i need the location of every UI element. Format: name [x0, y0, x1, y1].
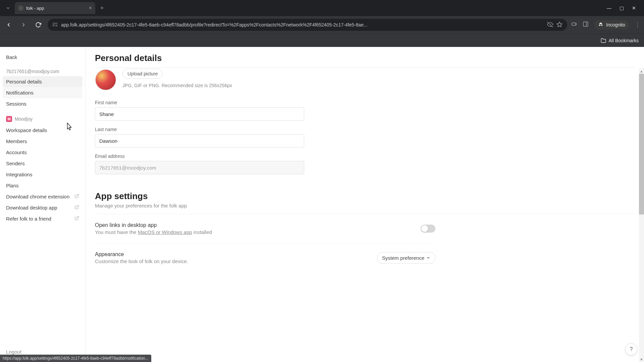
main-content: Personal details Upload picture JPG, GIF… [86, 47, 644, 362]
close-icon[interactable]: × [89, 5, 92, 11]
scrollbar[interactable]: ▲ ▼ [639, 68, 644, 362]
sidebar-item-workspace-details[interactable]: Workspace details [3, 125, 83, 136]
sidebar-item-label: Personal details [6, 79, 42, 84]
tab-title: folk - app [26, 6, 86, 11]
tab-search-dropdown[interactable] [3, 3, 13, 13]
page-title: Personal details [95, 47, 635, 67]
bookmark-bar: All Bookmarks [0, 34, 644, 47]
setting-appearance: Appearance Customize the look of folk on… [95, 243, 435, 272]
browser-chrome: folk - app × + — ▢ ✕ app.folk.app/settin… [0, 0, 644, 47]
eye-off-icon[interactable] [547, 21, 553, 28]
url-text: app.folk.app/settings/4f652405-2c17-4fe5… [61, 22, 544, 27]
all-bookmarks-button[interactable]: All Bookmarks [601, 38, 639, 43]
workspace-name: Moodjoy [15, 116, 33, 122]
sidebar-item-label: Plans [6, 183, 19, 188]
sidebar-item-label: Workspace details [6, 127, 47, 133]
app-container: Back 7b217651@moodjoy.com Personal detai… [0, 47, 644, 362]
text: You must have the [95, 229, 138, 235]
sidebar-item-download-chrome-extension[interactable]: Download chrome extension [3, 191, 83, 202]
app-settings-title: App settings [95, 191, 635, 201]
chevron-down-icon [426, 256, 430, 260]
email-label: Email address [95, 154, 635, 159]
macos-windows-link[interactable]: MacOS or Windows app [138, 229, 192, 235]
site-settings-icon[interactable] [52, 22, 58, 28]
svg-line-16 [76, 205, 78, 207]
close-window-icon[interactable]: ✕ [632, 5, 636, 11]
sidebar-item-label: Notifications [6, 90, 34, 96]
scrollbar-thumb[interactable] [639, 74, 644, 215]
sidebar-item-label: Integrations [6, 172, 32, 177]
help-button[interactable]: ? [625, 343, 637, 355]
scroll-down-icon[interactable]: ▼ [639, 357, 644, 362]
open-links-title: Open links in desktop app [95, 222, 212, 228]
minimize-icon[interactable]: — [607, 5, 611, 11]
external-link-icon [74, 194, 79, 199]
last-name-label: Last name [95, 127, 635, 132]
sidebar-item-label: Download chrome extension [6, 194, 69, 199]
sidebar-item-integrations[interactable]: Integrations [3, 169, 83, 180]
incognito-badge[interactable]: Incognito [594, 20, 629, 29]
svg-line-17 [76, 217, 78, 219]
sidebar-item-label: Sessions [6, 101, 26, 107]
text: installed [192, 229, 212, 235]
sidebar-item-accounts[interactable]: Accounts [3, 147, 83, 158]
forward-button[interactable] [18, 19, 29, 30]
avatar [95, 69, 116, 90]
sidebar-item-personal-details[interactable]: Personal details [3, 76, 83, 87]
sidebar-item-label: Senders [6, 161, 25, 166]
back-link[interactable]: Back [3, 51, 83, 67]
sidebar-item-notifications[interactable]: Notifications [3, 87, 83, 98]
sidebar: Back 7b217651@moodjoy.com Personal detai… [0, 47, 86, 362]
sidebar-item-sessions[interactable]: Sessions [3, 98, 83, 109]
dropdown-value: System preference [382, 255, 424, 261]
sidebar-item-plans[interactable]: Plans [3, 180, 83, 191]
browser-tab[interactable]: folk - app × [15, 2, 95, 14]
all-bookmarks-label: All Bookmarks [609, 38, 639, 43]
sidebar-item-label: Download desktop app [6, 205, 57, 210]
workspace-icon: M [6, 116, 12, 122]
window-controls: — ▢ ✕ [607, 5, 641, 11]
sidebar-item-label: Accounts [6, 149, 27, 155]
setting-open-links: Open links in desktop app You must have … [95, 214, 435, 243]
sidebar-item-download-desktop-app[interactable]: Download desktop app [3, 202, 83, 213]
reload-button[interactable] [33, 19, 44, 30]
bookmark-star-icon[interactable] [556, 21, 562, 28]
appearance-title: Appearance [95, 251, 188, 257]
external-link-icon [74, 205, 79, 210]
svg-marker-10 [557, 22, 562, 26]
email-input [95, 161, 304, 174]
first-name-label: First name [95, 100, 635, 105]
svg-rect-11 [572, 23, 576, 25]
sidebar-item-members[interactable]: Members [3, 136, 83, 147]
side-panel-icon[interactable] [583, 21, 589, 28]
maximize-icon[interactable]: ▢ [620, 5, 624, 11]
svg-rect-13 [583, 22, 588, 26]
upload-hint: JPG, GIF or PNG. Recommended size is 256… [122, 83, 232, 88]
sidebar-item-senders[interactable]: Senders [3, 158, 83, 169]
external-link-icon [74, 216, 79, 222]
upload-picture-button[interactable]: Upload picture [122, 69, 163, 79]
status-bar: https://app.folk.app/settings/4f652405-2… [0, 355, 151, 362]
tab-favicon [18, 5, 23, 11]
scroll-up-icon[interactable]: ▲ [639, 68, 644, 74]
back-button[interactable] [3, 19, 14, 30]
first-name-input[interactable] [95, 107, 304, 121]
sidebar-item-label: Refer folk to a friend [6, 216, 51, 222]
sidebar-item-label: Members [6, 138, 27, 144]
workspace-header: M Moodjoy [3, 109, 83, 125]
toolbar-right-icons: Incognito ⋮ [571, 20, 641, 29]
app-settings-subtitle: Manage your preferences for the folk app [95, 203, 635, 214]
last-name-input[interactable] [95, 134, 304, 147]
user-email-label: 7b217651@moodjoy.com [3, 67, 83, 76]
address-bar[interactable]: app.folk.app/settings/4f652405-2c17-4fe5… [48, 19, 567, 31]
open-links-toggle[interactable] [421, 225, 435, 233]
media-control-icon[interactable] [571, 21, 577, 28]
profile-picture-row: Upload picture JPG, GIF or PNG. Recommen… [95, 68, 635, 94]
appearance-desc: Customize the look of folk on your devic… [95, 258, 188, 264]
new-tab-button[interactable]: + [97, 3, 107, 13]
sidebar-item-refer-folk[interactable]: Refer folk to a friend [3, 213, 83, 224]
menu-icon[interactable]: ⋮ [635, 21, 641, 28]
appearance-dropdown[interactable]: System preference [377, 252, 435, 264]
tab-strip: folk - app × + — ▢ ✕ [0, 0, 644, 16]
incognito-label: Incognito [606, 22, 625, 27]
